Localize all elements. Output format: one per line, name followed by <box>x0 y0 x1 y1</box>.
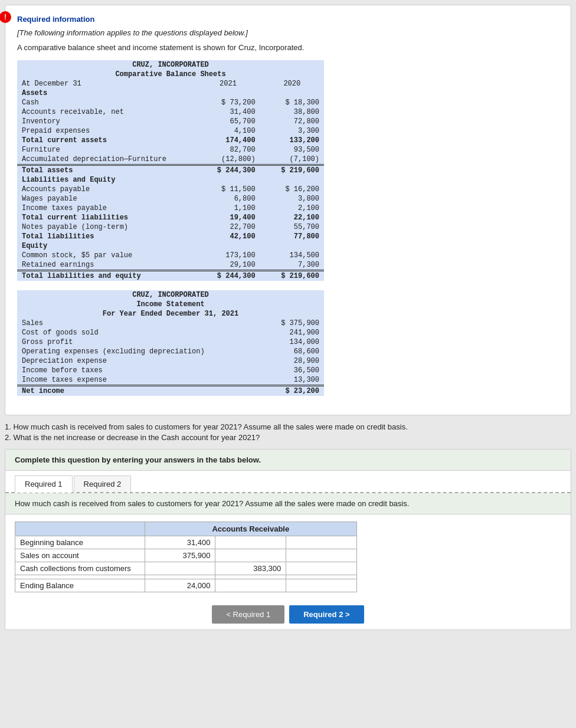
is-row-value: 68,600 <box>218 347 324 356</box>
total-assets-label: Total assets <box>17 165 196 176</box>
ar-table-row: Sales on account 375,900 <box>15 549 357 562</box>
bs-liab-2020: 77,800 <box>260 232 324 241</box>
is-row-label: Cost of goods sold <box>17 328 218 337</box>
tab-required-1[interactable]: Required 1 <box>15 476 73 493</box>
net-income-label: Net income <box>17 386 218 396</box>
intro-text: A comparative balance sheet and income s… <box>17 43 559 52</box>
bs-liab-label: Accounts payable <box>17 185 196 194</box>
tab1-question: How much cash is received from sales to … <box>5 493 571 514</box>
bs-liab-2021: 42,100 <box>196 232 260 241</box>
nav-buttons: < Required 1 Required 2 > <box>5 599 571 629</box>
ar-row-credit <box>215 579 286 592</box>
note-text: [The following information applies to th… <box>17 28 559 37</box>
net-income-value: $ 23,200 <box>218 386 324 396</box>
bs-eq-2021: 29,100 <box>196 260 260 271</box>
bs-liab-2021: 1,100 <box>196 204 260 213</box>
ar-header: Accounts Receivable <box>145 522 356 536</box>
total-liab-eq-label: Total liabilities and equity <box>17 271 196 281</box>
equity-header: Equity <box>17 241 324 251</box>
ar-table-wrapper: Accounts Receivable Beginning balance 31… <box>5 514 571 599</box>
total-liab-eq-2021: $ 244,300 <box>196 271 260 281</box>
bs-row-2020: 38,800 <box>260 107 324 117</box>
is-row-value: 13,300 <box>218 375 324 386</box>
bs-row-label: Accumulated depreciation—Furniture <box>17 155 196 165</box>
ar-table: Accounts Receivable Beginning balance 31… <box>15 522 357 592</box>
is-row-value: 241,900 <box>218 328 324 337</box>
ar-table-row: Cash collections from customers 383,300 <box>15 562 357 575</box>
ar-row-extra <box>286 562 357 575</box>
bs-row-label: Total current assets <box>17 136 196 145</box>
bs-eq-label: Retained earnings <box>17 260 196 271</box>
balance-sheet-table: CRUZ, INCORPORATED Comparative Balance S… <box>17 60 324 281</box>
alert-icon: ! <box>0 11 11 23</box>
ar-row-credit: 383,300 <box>215 562 286 575</box>
bs-liab-2021: 22,700 <box>196 222 260 232</box>
bs-row-2020: 3,300 <box>260 126 324 136</box>
total-assets-2020: $ 219,600 <box>260 165 324 176</box>
bs-liab-label: Total liabilities <box>17 232 196 241</box>
ar-row-debit <box>145 562 215 575</box>
ar-row-debit: 24,000 <box>145 579 215 592</box>
prev-button[interactable]: < Required 1 <box>212 605 284 624</box>
total-liab-eq-2020: $ 219,600 <box>260 271 324 281</box>
bs-liab-label: Notes payable (long-term) <box>17 222 196 232</box>
ar-row-label <box>15 575 145 579</box>
ar-row-extra <box>286 549 357 562</box>
income-statement-table: CRUZ, INCORPORATED Income Statement For … <box>17 290 324 396</box>
bs-row-2021: 31,400 <box>196 107 260 117</box>
is-row-label: Income before taxes <box>17 366 218 375</box>
next-button[interactable]: Required 2 > <box>289 605 364 624</box>
ar-table-row: Ending Balance 24,000 <box>15 579 357 592</box>
bs-liab-2020: 3,800 <box>260 194 324 204</box>
bs-row-2020: 133,200 <box>260 136 324 145</box>
assets-header: Assets <box>17 88 324 98</box>
ar-row-debit <box>145 575 215 579</box>
is-row-label: Gross profit <box>17 337 218 347</box>
bs-liab-2020: $ 16,200 <box>260 185 324 194</box>
bs-row-2021: (12,800) <box>196 155 260 165</box>
bs-eq-2021: 173,100 <box>196 251 260 260</box>
is-row-label: Operating expenses (excluding depreciati… <box>17 347 218 356</box>
bs-liab-2020: 55,700 <box>260 222 324 232</box>
bs-eq-2020: 134,500 <box>260 251 324 260</box>
bs-row-2021: $ 73,200 <box>196 98 260 107</box>
tabs-row: Required 1 Required 2 <box>5 471 571 493</box>
ar-row-extra <box>286 575 357 579</box>
bs-liab-2021: $ 11,500 <box>196 185 260 194</box>
question-2: 2. What is the net increase or decrease … <box>5 433 571 442</box>
ar-row-extra <box>286 579 357 592</box>
bs-row-label: Furniture <box>17 145 196 155</box>
is-row-value: 28,900 <box>218 356 324 366</box>
answer-panel: Complete this question by entering your … <box>5 449 571 630</box>
bs-subtitle: Comparative Balance Sheets <box>17 70 324 79</box>
bs-eq-2020: 7,300 <box>260 260 324 271</box>
bs-row-2021: 4,100 <box>196 126 260 136</box>
bs-at-dec: At December 31 <box>17 79 196 88</box>
required-info-title: Required information <box>17 15 559 24</box>
bs-row-label: Inventory <box>17 117 196 126</box>
is-row-label: Sales <box>17 319 218 328</box>
bs-liab-label: Total current liabilities <box>17 213 196 222</box>
is-period: For Year Ended December 31, 2021 <box>17 309 324 319</box>
is-company: CRUZ, INCORPORATED <box>17 290 324 300</box>
bs-row-2021: 65,700 <box>196 117 260 126</box>
ar-row-label: Cash collections from customers <box>15 562 145 575</box>
bs-liab-2021: 6,800 <box>196 194 260 204</box>
bs-row-2020: (7,100) <box>260 155 324 165</box>
total-assets-2021: $ 244,300 <box>196 165 260 176</box>
bs-liab-label: Wages payable <box>17 194 196 204</box>
tab-required-2[interactable]: Required 2 <box>74 476 132 492</box>
liabilities-header: Liabilities and Equity <box>17 175 324 185</box>
ar-row-label: Ending Balance <box>15 579 145 592</box>
bs-row-2020: 93,500 <box>260 145 324 155</box>
bs-col2020: 2020 <box>260 79 324 88</box>
complete-header: Complete this question by entering your … <box>5 450 571 471</box>
is-row-value: $ 375,900 <box>218 319 324 328</box>
ar-row-debit: 31,400 <box>145 536 215 549</box>
bs-eq-label: Common stock, $5 par value <box>17 251 196 260</box>
is-row-label: Depreciation expense <box>17 356 218 366</box>
bs-row-2020: 72,800 <box>260 117 324 126</box>
questions-section: 1. How much cash is received from sales … <box>5 422 571 442</box>
bs-liab-2020: 2,100 <box>260 204 324 213</box>
ar-table-row <box>15 575 357 579</box>
